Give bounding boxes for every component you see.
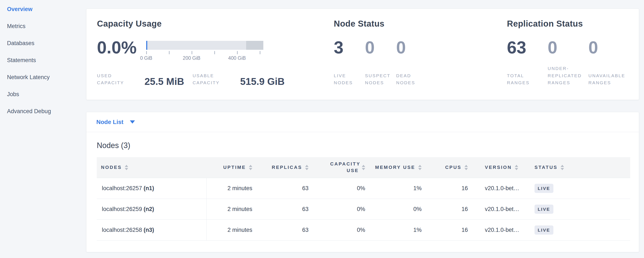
node-list-dropdown-label: Node List: [96, 119, 124, 125]
sidebar-item-overview[interactable]: Overview: [7, 6, 86, 23]
cpus-cell: 16: [422, 219, 468, 240]
sort-icon: [125, 165, 128, 170]
node-list-dropdown[interactable]: Node List: [96, 119, 135, 125]
node-id: (n3): [144, 227, 154, 233]
node-id: (n1): [144, 185, 154, 191]
axis-label-200gib: 200 GiB: [183, 55, 200, 61]
column-header-memory-use[interactable]: MEMORY USE: [365, 157, 422, 178]
table-header-row: NODES UPTIME REPLICAS CAPACITY USE: [97, 157, 630, 178]
view-selector-bar: Node List: [86, 112, 639, 132]
dead-nodes-value: 0: [396, 39, 427, 56]
column-header-replicas[interactable]: REPLICAS: [252, 157, 308, 178]
status-badge: LIVE: [534, 225, 554, 235]
suspect-nodes-stat: 0 SUSPECT NODES: [365, 39, 396, 87]
uptime-cell: 2 minutes: [206, 199, 252, 219]
cpus-cell: 16: [422, 178, 468, 199]
node-address: localhost:26257: [102, 185, 142, 191]
capacity-use-cell: 0%: [308, 219, 365, 240]
sort-icon: [362, 165, 365, 170]
node-address: localhost:26259: [102, 206, 142, 212]
sidebar-item-jobs[interactable]: Jobs: [7, 91, 86, 108]
column-header-status[interactable]: STATUS: [532, 157, 630, 178]
memory-use-cell: 1%: [365, 178, 422, 199]
live-nodes-stat: 3 LIVE NODES: [334, 39, 365, 87]
memory-use-cell: 1%: [365, 219, 422, 240]
sort-icon: [305, 165, 308, 170]
version-cell: v20.1.0-bet…: [468, 219, 532, 240]
version-cell: v20.1.0-bet…: [468, 178, 532, 199]
sort-icon: [515, 165, 518, 170]
live-nodes-value: 3: [334, 39, 365, 56]
node-status-section: Node Status 3 LIVE NODES 0 SUSPECT NODES…: [334, 19, 507, 100]
sidebar-item-databases[interactable]: Databases: [7, 40, 86, 57]
replication-status-section: Replication Status 63 TOTAL RANGES 0 UND…: [507, 19, 629, 100]
capacity-gauge-used-marker: [146, 41, 147, 50]
usable-capacity-label: USABLE CAPACITY: [193, 72, 235, 86]
total-ranges-label: TOTAL RANGES: [507, 72, 548, 87]
under-replicated-ranges-stat: 0 UNDER-REPLICATED RANGES: [548, 39, 588, 87]
replicas-cell: 63: [252, 178, 308, 199]
sort-icon: [560, 165, 564, 170]
sort-icon: [464, 165, 468, 170]
dead-nodes-label: DEAD NODES: [396, 72, 427, 87]
column-header-capacity-use[interactable]: CAPACITY USE: [308, 157, 365, 178]
nodes-table-section: Nodes (3) NODES UPTIME: [86, 132, 639, 240]
cluster-summary-card: Capacity Usage 0.0%: [86, 9, 639, 100]
under-replicated-ranges-value: 0: [548, 39, 588, 56]
column-header-nodes[interactable]: NODES: [97, 157, 206, 178]
column-header-cpus[interactable]: CPUS: [422, 157, 468, 178]
uptime-cell: 2 minutes: [206, 219, 252, 240]
main-content: Capacity Usage 0.0%: [86, 0, 639, 252]
table-row[interactable]: localhost:26258 (n3) 2 minutes 63 0% 1% …: [97, 219, 630, 240]
sidebar-item-network-latency[interactable]: Network Latency: [7, 74, 86, 91]
capacity-gauge-ticks: [146, 50, 263, 54]
sidebar-nav-list: Overview Metrics Databases Statements Ne…: [7, 6, 86, 125]
live-nodes-label: LIVE NODES: [334, 72, 365, 87]
suspect-nodes-label: SUSPECT NODES: [365, 72, 396, 87]
node-list-card: Node List Nodes (3) NODES: [86, 112, 639, 252]
sort-icon: [249, 165, 252, 170]
usable-capacity-value: 515.9 GiB: [240, 77, 285, 86]
sidebar-item-metrics[interactable]: Metrics: [7, 23, 86, 40]
status-badge: LIVE: [534, 205, 554, 214]
unavailable-ranges-label: UNAVAILABLE RANGES: [588, 72, 629, 87]
capacity-gauge: 0 GiB 200 GiB 400 GiB: [146, 41, 263, 61]
node-status-title: Node Status: [334, 19, 507, 29]
chevron-down-icon: [130, 120, 135, 123]
total-ranges-value: 63: [507, 39, 548, 56]
sidebar-item-advanced-debug[interactable]: Advanced Debug: [7, 108, 86, 125]
cpus-cell: 16: [422, 199, 468, 219]
dead-nodes-stat: 0 DEAD NODES: [396, 39, 427, 87]
capacity-gauge-reserved-segment: [246, 41, 263, 50]
version-cell: v20.1.0-bet…: [468, 199, 532, 219]
status-badge: LIVE: [534, 184, 554, 193]
usable-capacity-stat: USABLE CAPACITY 515.9 GiB: [193, 72, 285, 86]
under-replicated-ranges-label: UNDER-REPLICATED RANGES: [548, 65, 588, 87]
capacity-usage-section: Capacity Usage 0.0%: [97, 19, 334, 100]
column-header-uptime[interactable]: UPTIME: [206, 157, 252, 178]
memory-use-cell: 0%: [365, 199, 422, 219]
axis-label-400gib: 400 GiB: [228, 55, 246, 61]
table-row[interactable]: localhost:26257 (n1) 2 minutes 63 0% 1% …: [97, 178, 630, 199]
table-row[interactable]: localhost:26259 (n2) 2 minutes 63 0% 0% …: [97, 199, 630, 219]
used-capacity-stat: USED CAPACITY 25.5 MiB: [97, 72, 184, 86]
nodes-table-title: Nodes (3): [97, 141, 630, 150]
capacity-use-cell: 0%: [308, 199, 365, 219]
capacity-usage-title: Capacity Usage: [97, 19, 334, 29]
capacity-gauge-bar: [146, 41, 263, 50]
axis-label-0gib: 0 GiB: [140, 55, 152, 61]
sidebar-item-statements[interactable]: Statements: [7, 57, 86, 74]
sort-icon: [418, 165, 422, 170]
used-capacity-value: 25.5 MiB: [144, 77, 184, 86]
column-header-version[interactable]: VERSION: [468, 157, 532, 178]
suspect-nodes-value: 0: [365, 39, 396, 56]
replication-status-title: Replication Status: [507, 19, 629, 29]
used-capacity-label: USED CAPACITY: [97, 72, 140, 86]
replicas-cell: 63: [252, 219, 308, 240]
node-address: localhost:26258: [102, 227, 142, 233]
sidebar: Overview Metrics Databases Statements Ne…: [0, 0, 86, 258]
unavailable-ranges-stat: 0 UNAVAILABLE RANGES: [588, 39, 629, 87]
unavailable-ranges-value: 0: [588, 39, 629, 56]
replicas-cell: 63: [252, 199, 308, 219]
uptime-cell: 2 minutes: [206, 178, 252, 199]
